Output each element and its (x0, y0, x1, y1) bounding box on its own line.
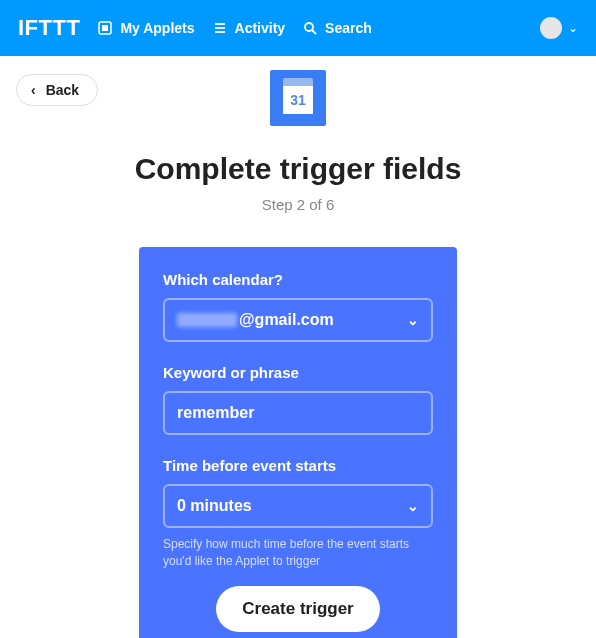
calendar-icon: 31 (283, 82, 313, 114)
redacted-username (177, 313, 237, 327)
keyword-input[interactable] (177, 404, 419, 422)
avatar (540, 17, 562, 39)
topbar: IFTTT My Applets Activity Search ⌄ (0, 0, 596, 56)
back-button[interactable]: ‹ Back (16, 74, 98, 106)
time-before-select-value: 0 minutes (177, 497, 252, 515)
create-trigger-button[interactable]: Create trigger (216, 586, 380, 632)
time-before-select[interactable]: 0 minutes ⌄ (163, 484, 433, 528)
nav-search[interactable]: Search (303, 20, 372, 36)
field-label: Time before event starts (163, 457, 433, 474)
calendar-select[interactable]: @gmail.com ⌄ (163, 298, 433, 342)
help-text: Specify how much time before the event s… (163, 536, 433, 570)
search-icon (303, 21, 317, 35)
field-label: Which calendar? (163, 271, 433, 288)
field-which-calendar: Which calendar? @gmail.com ⌄ (163, 271, 433, 342)
svg-rect-1 (102, 25, 108, 31)
svg-point-5 (305, 23, 313, 31)
chevron-left-icon: ‹ (31, 82, 36, 98)
nav-activity[interactable]: Activity (213, 20, 286, 36)
field-keyword: Keyword or phrase (163, 364, 433, 435)
chevron-down-icon: ⌄ (568, 21, 578, 35)
service-tile-calendar: 31 (270, 70, 326, 126)
user-menu[interactable]: ⌄ (540, 17, 578, 39)
nav-label: Search (325, 20, 372, 36)
list-icon (213, 21, 227, 35)
field-label: Keyword or phrase (163, 364, 433, 381)
calendar-select-value: @gmail.com (239, 311, 334, 329)
calendar-day-number: 31 (283, 92, 313, 108)
step-indicator: Step 2 of 6 (262, 196, 335, 213)
nav-label: My Applets (120, 20, 194, 36)
keyword-input-wrap[interactable] (163, 391, 433, 435)
back-label: Back (46, 82, 79, 98)
svg-line-6 (312, 30, 316, 34)
trigger-form-card: Which calendar? @gmail.com ⌄ Keyword or … (139, 247, 457, 638)
main-content: 31 Complete trigger fields Step 2 of 6 W… (0, 70, 596, 638)
nav-label: Activity (235, 20, 286, 36)
field-time-before: Time before event starts 0 minutes ⌄ Spe… (163, 457, 433, 570)
chevron-down-icon: ⌄ (407, 498, 419, 514)
logo[interactable]: IFTTT (18, 15, 80, 41)
nav-my-applets[interactable]: My Applets (98, 20, 194, 36)
page-title: Complete trigger fields (135, 152, 462, 186)
applet-icon (98, 21, 112, 35)
chevron-down-icon: ⌄ (407, 312, 419, 328)
